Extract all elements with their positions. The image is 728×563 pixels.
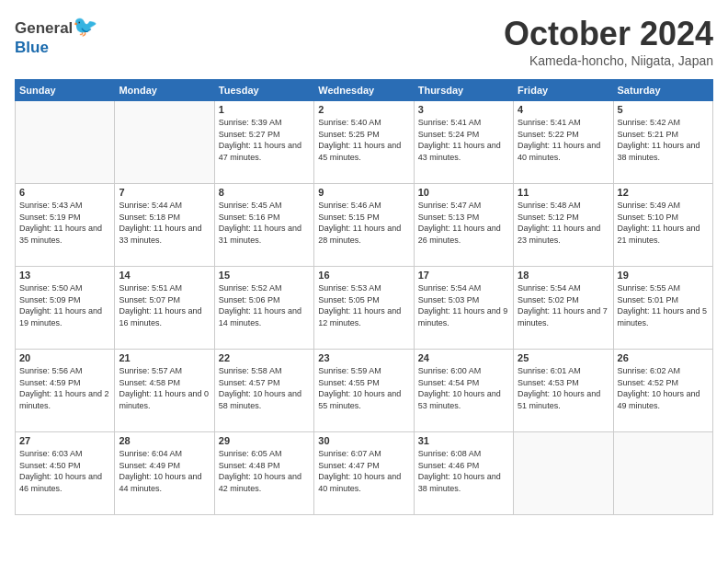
day-number-4-2: 29	[219, 435, 310, 446]
day-number-1-1: 7	[119, 187, 210, 198]
cell-info-2-0: Sunrise: 5:50 AMSunset: 5:09 PMDaylight:…	[19, 282, 110, 328]
day-number-0-5: 4	[518, 104, 609, 115]
cell-info-1-0: Sunrise: 5:43 AMSunset: 5:19 PMDaylight:…	[19, 200, 110, 246]
day-number-2-0: 13	[19, 270, 110, 281]
day-number-1-4: 10	[418, 187, 509, 198]
cell-3-2: 22Sunrise: 5:58 AMSunset: 4:57 PMDayligh…	[214, 350, 313, 432]
week-row-0: 1Sunrise: 5:39 AMSunset: 5:27 PMDaylight…	[16, 101, 713, 184]
cell-3-6: 26Sunrise: 6:02 AMSunset: 4:52 PMDayligh…	[613, 350, 712, 432]
cell-0-5: 4Sunrise: 5:41 AMSunset: 5:22 PMDaylight…	[514, 101, 613, 184]
cell-info-2-5: Sunrise: 5:54 AMSunset: 5:02 PMDaylight:…	[518, 282, 609, 328]
cell-1-5: 11Sunrise: 5:48 AMSunset: 5:12 PMDayligh…	[514, 184, 613, 267]
day-number-2-4: 17	[418, 270, 509, 281]
day-number-4-4: 31	[418, 435, 509, 446]
day-number-0-4: 3	[418, 104, 509, 115]
cell-3-0: 20Sunrise: 5:56 AMSunset: 4:59 PMDayligh…	[16, 350, 115, 432]
day-number-4-3: 30	[318, 435, 409, 446]
header-friday: Friday	[514, 80, 613, 101]
cell-1-1: 7Sunrise: 5:44 AMSunset: 5:18 PMDaylight…	[115, 184, 214, 267]
cell-info-1-3: Sunrise: 5:46 AMSunset: 5:15 PMDaylight:…	[318, 200, 409, 246]
cell-info-1-2: Sunrise: 5:45 AMSunset: 5:16 PMDaylight:…	[219, 200, 310, 246]
day-number-4-0: 27	[19, 435, 110, 446]
cell-1-4: 10Sunrise: 5:47 AMSunset: 5:13 PMDayligh…	[414, 184, 513, 267]
cell-info-3-6: Sunrise: 6:02 AMSunset: 4:52 PMDaylight:…	[618, 365, 709, 411]
day-number-4-1: 28	[119, 435, 210, 446]
day-number-0-6: 5	[618, 104, 709, 115]
cell-0-0	[16, 101, 115, 184]
cell-3-1: 21Sunrise: 5:57 AMSunset: 4:58 PMDayligh…	[115, 350, 214, 432]
header-tuesday: Tuesday	[214, 80, 313, 101]
cell-0-2: 1Sunrise: 5:39 AMSunset: 5:27 PMDaylight…	[214, 101, 313, 184]
cell-1-2: 8Sunrise: 5:45 AMSunset: 5:16 PMDaylight…	[214, 184, 313, 267]
header-sunday: Sunday	[16, 80, 115, 101]
day-number-2-3: 16	[318, 270, 409, 281]
day-number-3-0: 20	[19, 352, 110, 363]
header-row: Sunday Monday Tuesday Wednesday Thursday…	[16, 80, 713, 101]
cell-4-0: 27Sunrise: 6:03 AMSunset: 4:50 PMDayligh…	[16, 432, 115, 515]
cell-2-2: 15Sunrise: 5:52 AMSunset: 5:06 PMDayligh…	[214, 267, 313, 350]
day-number-3-4: 24	[418, 352, 509, 363]
month-title: October 2024	[504, 15, 713, 53]
cell-info-2-2: Sunrise: 5:52 AMSunset: 5:06 PMDaylight:…	[219, 282, 310, 328]
cell-4-6	[613, 432, 712, 515]
cell-1-0: 6Sunrise: 5:43 AMSunset: 5:19 PMDaylight…	[16, 184, 115, 267]
day-number-1-0: 6	[19, 187, 110, 198]
location-subtitle: Kameda-honcho, Niigata, Japan	[504, 53, 713, 68]
day-number-3-3: 23	[318, 352, 409, 363]
week-row-1: 6Sunrise: 5:43 AMSunset: 5:19 PMDaylight…	[16, 184, 713, 267]
logo-bird-icon: 🐦	[73, 15, 97, 38]
cell-1-3: 9Sunrise: 5:46 AMSunset: 5:15 PMDaylight…	[314, 184, 414, 267]
cell-2-0: 13Sunrise: 5:50 AMSunset: 5:09 PMDayligh…	[16, 267, 115, 350]
cell-info-1-5: Sunrise: 5:48 AMSunset: 5:12 PMDaylight:…	[518, 200, 609, 246]
calendar-body: 1Sunrise: 5:39 AMSunset: 5:27 PMDaylight…	[16, 101, 713, 515]
day-number-2-5: 18	[518, 270, 609, 281]
day-number-2-6: 19	[618, 270, 709, 281]
cell-info-3-5: Sunrise: 6:01 AMSunset: 4:53 PMDaylight:…	[518, 365, 609, 411]
calendar-header: Sunday Monday Tuesday Wednesday Thursday…	[16, 80, 713, 101]
day-number-3-2: 22	[219, 352, 310, 363]
cell-0-1	[115, 101, 214, 184]
cell-info-3-2: Sunrise: 5:58 AMSunset: 4:57 PMDaylight:…	[219, 365, 310, 411]
header-wednesday: Wednesday	[314, 80, 414, 101]
logo-general-text: General🐦	[15, 15, 97, 39]
day-number-1-2: 8	[219, 187, 310, 198]
cell-info-3-4: Sunrise: 6:00 AMSunset: 4:54 PMDaylight:…	[418, 365, 509, 411]
cell-info-3-0: Sunrise: 5:56 AMSunset: 4:59 PMDaylight:…	[19, 365, 110, 411]
day-number-1-6: 12	[618, 187, 709, 198]
week-row-4: 27Sunrise: 6:03 AMSunset: 4:50 PMDayligh…	[16, 432, 713, 515]
week-row-2: 13Sunrise: 5:50 AMSunset: 5:09 PMDayligh…	[16, 267, 713, 350]
header-saturday: Saturday	[613, 80, 712, 101]
cell-info-0-2: Sunrise: 5:39 AMSunset: 5:27 PMDaylight:…	[219, 117, 310, 163]
logo-blue-text: Blue	[15, 39, 49, 56]
day-number-3-6: 26	[618, 352, 709, 363]
cell-3-4: 24Sunrise: 6:00 AMSunset: 4:54 PMDayligh…	[414, 350, 513, 432]
cell-info-2-6: Sunrise: 5:55 AMSunset: 5:01 PMDaylight:…	[618, 282, 709, 328]
cell-info-0-3: Sunrise: 5:40 AMSunset: 5:25 PMDaylight:…	[318, 117, 409, 163]
cell-info-4-0: Sunrise: 6:03 AMSunset: 4:50 PMDaylight:…	[19, 448, 110, 494]
cell-info-2-4: Sunrise: 5:54 AMSunset: 5:03 PMDaylight:…	[418, 282, 509, 328]
cell-2-5: 18Sunrise: 5:54 AMSunset: 5:02 PMDayligh…	[514, 267, 613, 350]
cell-info-2-3: Sunrise: 5:53 AMSunset: 5:05 PMDaylight:…	[318, 282, 409, 328]
page-header: General🐦 Blue October 2024 Kameda-honcho…	[15, 15, 713, 68]
cell-info-2-1: Sunrise: 5:51 AMSunset: 5:07 PMDaylight:…	[119, 282, 210, 328]
cell-info-1-1: Sunrise: 5:44 AMSunset: 5:18 PMDaylight:…	[119, 200, 210, 246]
cell-4-3: 30Sunrise: 6:07 AMSunset: 4:47 PMDayligh…	[314, 432, 414, 515]
header-thursday: Thursday	[414, 80, 513, 101]
day-number-0-3: 2	[318, 104, 409, 115]
cell-3-3: 23Sunrise: 5:59 AMSunset: 4:55 PMDayligh…	[314, 350, 414, 432]
day-number-3-1: 21	[119, 352, 210, 363]
cell-0-4: 3Sunrise: 5:41 AMSunset: 5:24 PMDaylight…	[414, 101, 513, 184]
cell-0-6: 5Sunrise: 5:42 AMSunset: 5:21 PMDaylight…	[613, 101, 712, 184]
day-number-0-2: 1	[219, 104, 310, 115]
cell-2-3: 16Sunrise: 5:53 AMSunset: 5:05 PMDayligh…	[314, 267, 414, 350]
logo: General🐦 Blue	[15, 15, 97, 57]
cell-info-4-2: Sunrise: 6:05 AMSunset: 4:48 PMDaylight:…	[219, 448, 310, 494]
cell-2-6: 19Sunrise: 5:55 AMSunset: 5:01 PMDayligh…	[613, 267, 712, 350]
day-number-2-2: 15	[219, 270, 310, 281]
cell-info-3-1: Sunrise: 5:57 AMSunset: 4:58 PMDaylight:…	[119, 365, 210, 411]
cell-info-0-6: Sunrise: 5:42 AMSunset: 5:21 PMDaylight:…	[618, 117, 709, 163]
calendar-table: Sunday Monday Tuesday Wednesday Thursday…	[15, 79, 713, 515]
cell-info-0-5: Sunrise: 5:41 AMSunset: 5:22 PMDaylight:…	[518, 117, 609, 163]
cell-3-5: 25Sunrise: 6:01 AMSunset: 4:53 PMDayligh…	[514, 350, 613, 432]
cell-4-5	[514, 432, 613, 515]
